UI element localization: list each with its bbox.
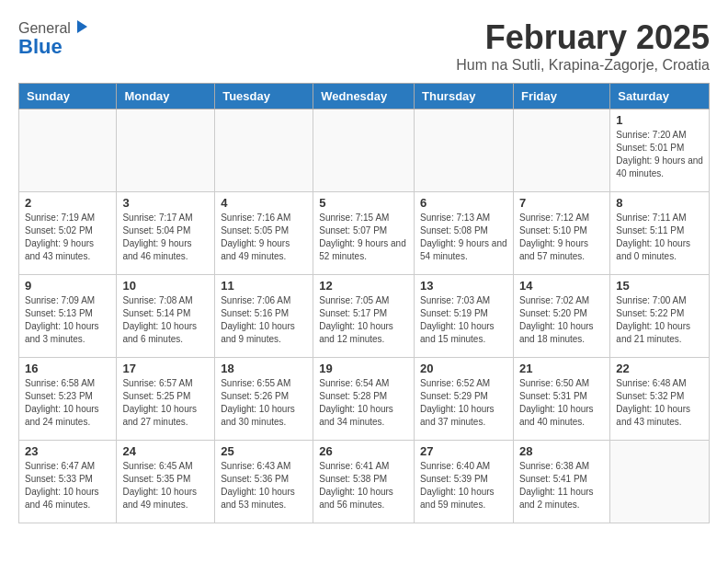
logo: General Blue — [18, 18, 89, 59]
day-number: 26 — [319, 444, 408, 458]
calendar-cell: 5Sunrise: 7:15 AM Sunset: 5:07 PM Daylig… — [313, 192, 415, 275]
day-number: 17 — [122, 362, 209, 375]
day-number: 5 — [319, 196, 408, 210]
title-area: February 2025 Hum na Sutli, Krapina-Zago… — [456, 18, 710, 74]
day-info: Sunrise: 7:16 AM Sunset: 5:05 PM Dayligh… — [221, 212, 307, 263]
calendar-cell: 15Sunrise: 7:00 AM Sunset: 5:22 PM Dayli… — [610, 275, 710, 358]
calendar-cell: 4Sunrise: 7:16 AM Sunset: 5:05 PM Daylig… — [215, 192, 313, 275]
day-info: Sunrise: 6:45 AM Sunset: 5:35 PM Dayligh… — [122, 460, 209, 511]
calendar-cell: 26Sunrise: 6:41 AM Sunset: 5:38 PM Dayli… — [313, 441, 415, 523]
calendar-cell: 22Sunrise: 6:48 AM Sunset: 5:32 PM Dayli… — [610, 358, 710, 441]
calendar-cell: 21Sunrise: 6:50 AM Sunset: 5:31 PM Dayli… — [513, 358, 609, 441]
calendar-cell: 24Sunrise: 6:45 AM Sunset: 5:35 PM Dayli… — [117, 441, 215, 523]
day-info: Sunrise: 7:05 AM Sunset: 5:17 PM Dayligh… — [319, 294, 408, 346]
calendar-week-row: 16Sunrise: 6:58 AM Sunset: 5:23 PM Dayli… — [19, 358, 710, 441]
day-info: Sunrise: 6:48 AM Sunset: 5:32 PM Dayligh… — [616, 377, 703, 429]
day-info: Sunrise: 6:50 AM Sunset: 5:31 PM Dayligh… — [519, 377, 604, 429]
day-info: Sunrise: 6:55 AM Sunset: 5:26 PM Dayligh… — [221, 377, 307, 429]
day-number: 8 — [616, 196, 703, 210]
day-number: 23 — [25, 444, 110, 458]
day-info: Sunrise: 6:54 AM Sunset: 5:28 PM Dayligh… — [319, 377, 408, 429]
day-info: Sunrise: 6:52 AM Sunset: 5:29 PM Dayligh… — [420, 377, 507, 429]
calendar-cell: 1Sunrise: 7:20 AM Sunset: 5:01 PM Daylig… — [610, 109, 710, 192]
day-info: Sunrise: 7:06 AM Sunset: 5:16 PM Dayligh… — [221, 294, 307, 346]
day-info: Sunrise: 7:02 AM Sunset: 5:20 PM Dayligh… — [519, 294, 604, 346]
day-info: Sunrise: 7:09 AM Sunset: 5:13 PM Dayligh… — [25, 294, 110, 346]
calendar-cell: 25Sunrise: 6:43 AM Sunset: 5:36 PM Dayli… — [215, 441, 313, 523]
day-number: 22 — [616, 362, 703, 375]
day-number: 20 — [420, 362, 507, 375]
day-number: 27 — [420, 444, 507, 458]
day-number: 28 — [519, 444, 604, 458]
day-number: 4 — [221, 196, 307, 210]
day-info: Sunrise: 7:13 AM Sunset: 5:08 PM Dayligh… — [420, 212, 507, 263]
day-number: 15 — [616, 279, 703, 293]
svg-marker-0 — [77, 20, 87, 33]
calendar-week-row: 2Sunrise: 7:19 AM Sunset: 5:02 PM Daylig… — [19, 192, 710, 275]
calendar-cell: 20Sunrise: 6:52 AM Sunset: 5:29 PM Dayli… — [415, 358, 514, 441]
day-info: Sunrise: 6:58 AM Sunset: 5:23 PM Dayligh… — [25, 377, 110, 429]
day-number: 19 — [319, 362, 408, 375]
day-number: 10 — [122, 279, 209, 293]
calendar-cell: 23Sunrise: 6:47 AM Sunset: 5:33 PM Dayli… — [19, 441, 117, 523]
day-number: 21 — [519, 362, 604, 375]
day-number: 13 — [420, 279, 507, 293]
day-info: Sunrise: 6:43 AM Sunset: 5:36 PM Dayligh… — [221, 460, 307, 511]
day-info: Sunrise: 7:08 AM Sunset: 5:14 PM Dayligh… — [122, 294, 209, 346]
day-info: Sunrise: 7:12 AM Sunset: 5:10 PM Dayligh… — [519, 212, 604, 263]
day-info: Sunrise: 6:57 AM Sunset: 5:25 PM Dayligh… — [122, 377, 209, 429]
location: Hum na Sutli, Krapina-Zagorje, Croatia — [456, 57, 710, 74]
day-info: Sunrise: 7:20 AM Sunset: 5:01 PM Dayligh… — [616, 129, 703, 180]
day-number: 12 — [319, 279, 408, 293]
weekday-header: Friday — [513, 84, 609, 109]
day-info: Sunrise: 7:17 AM Sunset: 5:04 PM Dayligh… — [122, 212, 209, 263]
calendar-week-row: 1Sunrise: 7:20 AM Sunset: 5:01 PM Daylig… — [19, 109, 710, 192]
day-number: 14 — [519, 279, 604, 293]
day-number: 9 — [25, 279, 110, 293]
calendar-cell: 14Sunrise: 7:02 AM Sunset: 5:20 PM Dayli… — [513, 275, 609, 358]
day-number: 18 — [221, 362, 307, 375]
logo-blue-text: Blue — [18, 35, 89, 59]
calendar: SundayMondayTuesdayWednesdayThursdayFrid… — [18, 83, 710, 523]
calendar-cell — [513, 109, 609, 192]
header: General Blue February 2025 Hum na Sutli,… — [18, 18, 710, 74]
month-title: February 2025 — [456, 18, 710, 57]
calendar-cell: 11Sunrise: 7:06 AM Sunset: 5:16 PM Dayli… — [215, 275, 313, 358]
day-number: 24 — [122, 444, 209, 458]
weekday-header: Sunday — [19, 84, 117, 109]
day-info: Sunrise: 7:19 AM Sunset: 5:02 PM Dayligh… — [25, 212, 110, 263]
day-number: 11 — [221, 279, 307, 293]
calendar-cell: 28Sunrise: 6:38 AM Sunset: 5:41 PM Dayli… — [513, 441, 609, 523]
calendar-cell — [117, 109, 215, 192]
day-info: Sunrise: 6:38 AM Sunset: 5:41 PM Dayligh… — [519, 460, 604, 511]
calendar-header-row: SundayMondayTuesdayWednesdayThursdayFrid… — [19, 84, 710, 109]
calendar-cell — [215, 109, 313, 192]
calendar-cell: 27Sunrise: 6:40 AM Sunset: 5:39 PM Dayli… — [415, 441, 514, 523]
day-number: 3 — [122, 196, 209, 210]
day-info: Sunrise: 7:00 AM Sunset: 5:22 PM Dayligh… — [616, 294, 703, 346]
calendar-cell — [19, 109, 117, 192]
calendar-cell: 7Sunrise: 7:12 AM Sunset: 5:10 PM Daylig… — [513, 192, 609, 275]
calendar-cell: 6Sunrise: 7:13 AM Sunset: 5:08 PM Daylig… — [415, 192, 514, 275]
day-number: 2 — [25, 196, 110, 210]
weekday-header: Tuesday — [215, 84, 313, 109]
calendar-cell: 8Sunrise: 7:11 AM Sunset: 5:11 PM Daylig… — [610, 192, 710, 275]
calendar-cell: 2Sunrise: 7:19 AM Sunset: 5:02 PM Daylig… — [19, 192, 117, 275]
day-info: Sunrise: 6:40 AM Sunset: 5:39 PM Dayligh… — [420, 460, 507, 511]
page: General Blue February 2025 Hum na Sutli,… — [0, 0, 728, 542]
calendar-cell: 18Sunrise: 6:55 AM Sunset: 5:26 PM Dayli… — [215, 358, 313, 441]
calendar-cell: 3Sunrise: 7:17 AM Sunset: 5:04 PM Daylig… — [117, 192, 215, 275]
calendar-cell: 9Sunrise: 7:09 AM Sunset: 5:13 PM Daylig… — [19, 275, 117, 358]
calendar-week-row: 23Sunrise: 6:47 AM Sunset: 5:33 PM Dayli… — [19, 441, 710, 523]
day-number: 25 — [221, 444, 307, 458]
calendar-cell — [415, 109, 514, 192]
calendar-week-row: 9Sunrise: 7:09 AM Sunset: 5:13 PM Daylig… — [19, 275, 710, 358]
day-info: Sunrise: 7:11 AM Sunset: 5:11 PM Dayligh… — [616, 212, 703, 263]
calendar-cell: 16Sunrise: 6:58 AM Sunset: 5:23 PM Dayli… — [19, 358, 117, 441]
calendar-cell: 10Sunrise: 7:08 AM Sunset: 5:14 PM Dayli… — [117, 275, 215, 358]
calendar-cell: 13Sunrise: 7:03 AM Sunset: 5:19 PM Dayli… — [415, 275, 514, 358]
day-number: 6 — [420, 196, 507, 210]
calendar-cell — [610, 441, 710, 523]
calendar-cell: 19Sunrise: 6:54 AM Sunset: 5:28 PM Dayli… — [313, 358, 415, 441]
logo-triangle-icon — [73, 18, 89, 35]
